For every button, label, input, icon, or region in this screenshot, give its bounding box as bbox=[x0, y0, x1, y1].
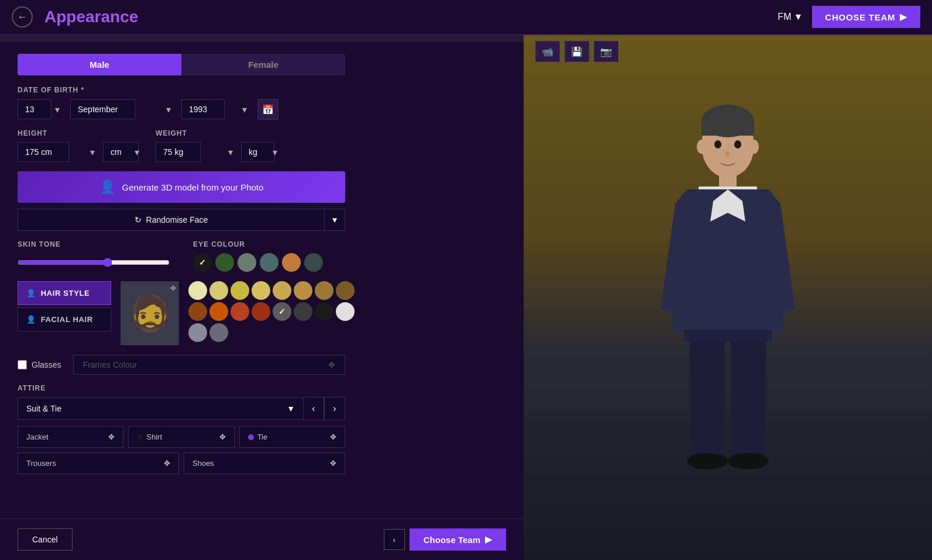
attire-dropdown[interactable]: Suit & Tie ▼ bbox=[18, 397, 303, 420]
hair-swatch-2-0[interactable] bbox=[188, 323, 207, 342]
hair-swatch-0-4[interactable] bbox=[273, 281, 291, 300]
hair-swatch-1-6[interactable] bbox=[315, 302, 333, 321]
weight-unit-select[interactable]: kg bbox=[241, 142, 274, 162]
attire-items-row-2: Trousers ✥ Shoes ✥ bbox=[18, 452, 345, 474]
skin-tone-slider[interactable] bbox=[18, 258, 170, 267]
generate-3d-button[interactable]: 👤 Generate 3D model from your Photo bbox=[18, 171, 345, 203]
svg-point-8 bbox=[728, 453, 769, 469]
hair-swatch-1-7[interactable] bbox=[336, 302, 355, 321]
attire-next-button[interactable]: › bbox=[324, 397, 345, 420]
hair-swatch-1-0[interactable] bbox=[188, 302, 207, 321]
height-unit-wrapper: cm bbox=[103, 142, 144, 162]
choose-team-bottom-button[interactable]: Choose Team ▶ bbox=[410, 528, 506, 551]
svg-point-7 bbox=[687, 453, 728, 469]
arrow-right-icon: ▶ bbox=[900, 12, 907, 22]
hair-swatch-row-3 bbox=[188, 323, 506, 342]
eye-swatch-3[interactable] bbox=[260, 253, 278, 272]
facial-hair-tab[interactable]: 👤 FACIAL HAIR bbox=[18, 307, 111, 331]
eye-swatch-2[interactable] bbox=[238, 253, 256, 272]
dob-row: 13 September 1993 📅 bbox=[18, 99, 506, 120]
attire-items-row-1: Jacket ✥ Shirt ✥ Tie bbox=[18, 426, 345, 448]
shirt-dot bbox=[137, 434, 143, 440]
dob-month-select[interactable]: September bbox=[70, 99, 135, 119]
character-preview bbox=[524, 35, 932, 560]
hair-swatch-1-4[interactable] bbox=[273, 302, 291, 321]
dob-year-select[interactable]: 1993 bbox=[181, 99, 225, 119]
female-gender-button[interactable]: Female bbox=[181, 54, 345, 75]
person-icon: 👤 bbox=[26, 289, 36, 298]
svg-rect-6 bbox=[731, 341, 766, 458]
hair-swatch-0-5[interactable] bbox=[294, 281, 312, 300]
svg-point-15 bbox=[749, 140, 759, 154]
hair-style-tab[interactable]: 👤 HAIR STYLE bbox=[18, 281, 111, 305]
height-label: HEIGHT bbox=[18, 129, 144, 137]
cancel-button[interactable]: Cancel bbox=[18, 528, 73, 551]
choose-team-header-button[interactable]: CHOOSE TEAM ▶ bbox=[812, 6, 920, 28]
weight-value-select[interactable]: 75 kg bbox=[156, 142, 201, 162]
right-panel: 📹 💾 📷 bbox=[524, 35, 932, 560]
hair-swatch-row-1 bbox=[188, 281, 506, 300]
male-gender-button[interactable]: Male bbox=[18, 54, 181, 75]
fm-logo[interactable]: FM ▼ bbox=[778, 12, 803, 22]
tie-dot bbox=[248, 434, 254, 440]
attire-shirt-button[interactable]: Shirt ✥ bbox=[128, 426, 234, 448]
hair-swatch-1-5[interactable] bbox=[294, 302, 312, 321]
dob-day-wrapper: 13 bbox=[18, 99, 64, 119]
expand-icon[interactable]: ✥ bbox=[170, 284, 176, 292]
attire-prev-button[interactable]: ‹ bbox=[303, 397, 324, 420]
left-panel: Male Female DATE OF BIRTH * 13 September bbox=[0, 35, 524, 560]
face-icon: 👤 bbox=[26, 315, 36, 324]
glasses-checkbox-label[interactable]: Glasses bbox=[18, 360, 61, 369]
hair-swatch-1-2[interactable] bbox=[231, 302, 249, 321]
chevron-down-icon: ▼ bbox=[287, 404, 295, 413]
attire-trousers-button[interactable]: Trousers ✥ bbox=[18, 452, 179, 474]
randomise-button[interactable]: ↻ Randomise Face bbox=[18, 209, 324, 231]
height-value-select[interactable]: 175 cm bbox=[18, 142, 69, 162]
glasses-checkbox[interactable] bbox=[18, 360, 27, 369]
hair-swatch-0-0[interactable] bbox=[188, 281, 207, 300]
attire-jacket-button[interactable]: Jacket ✥ bbox=[18, 426, 123, 448]
frames-colour-button[interactable]: Frames Colour ✥ bbox=[73, 355, 345, 375]
bottom-right: ‹ Choose Team ▶ bbox=[384, 528, 506, 551]
eye-swatch-4[interactable] bbox=[282, 253, 301, 272]
chevron-down-icon: ▼ bbox=[331, 216, 338, 224]
expand-icon: ✥ bbox=[330, 433, 336, 441]
hair-swatch-2-1[interactable] bbox=[209, 323, 228, 342]
hair-swatch-0-6[interactable] bbox=[315, 281, 333, 300]
eye-swatch-0[interactable] bbox=[193, 253, 212, 272]
hair-preview: 🧔 ✥ bbox=[121, 281, 179, 345]
weight-value-wrapper: 75 kg bbox=[156, 142, 238, 162]
main-layout: Male Female DATE OF BIRTH * 13 September bbox=[0, 35, 932, 560]
eye-swatch-1[interactable] bbox=[215, 253, 234, 272]
weight-inputs: 75 kg kg bbox=[156, 142, 282, 162]
photo-icon: 👤 bbox=[99, 179, 115, 195]
dob-day-select[interactable]: 13 bbox=[18, 99, 51, 119]
eye-swatch-5[interactable] bbox=[304, 253, 323, 272]
gender-toggle: Male Female bbox=[18, 54, 345, 75]
dob-label: DATE OF BIRTH * bbox=[18, 86, 506, 94]
hair-swatch-0-7[interactable] bbox=[336, 281, 355, 300]
hair-swatch-1-1[interactable] bbox=[209, 302, 228, 321]
svg-point-13 bbox=[725, 151, 730, 157]
back-button[interactable]: ← bbox=[12, 6, 33, 27]
expand-icon: ✥ bbox=[164, 459, 170, 468]
calendar-button[interactable]: 📅 bbox=[257, 99, 278, 120]
skin-eye-row: SKIN TONE EYE COLOUR bbox=[18, 240, 506, 272]
height-unit-select[interactable]: cm bbox=[103, 142, 139, 162]
top-nav: ← Appearance FM ▼ CHOOSE TEAM ▶ bbox=[0, 0, 932, 35]
attire-tie-button[interactable]: Tie ✥ bbox=[239, 426, 345, 448]
height-inputs: 175 cm cm bbox=[18, 142, 144, 162]
dob-year-wrapper: 1993 bbox=[181, 99, 252, 119]
hair-swatch-0-1[interactable] bbox=[209, 281, 228, 300]
nav-prev-button[interactable]: ‹ bbox=[384, 529, 405, 550]
hair-swatch-0-2[interactable] bbox=[231, 281, 249, 300]
randomise-row: ↻ Randomise Face ▼ bbox=[18, 209, 345, 231]
svg-rect-5 bbox=[690, 341, 725, 458]
randomise-dropdown-button[interactable]: ▼ bbox=[324, 209, 345, 231]
sub-header bbox=[0, 35, 524, 42]
attire-shoes-button[interactable]: Shoes ✥ bbox=[184, 452, 345, 474]
refresh-icon: ↻ bbox=[135, 215, 142, 224]
hair-swatch-1-3[interactable] bbox=[252, 302, 270, 321]
hair-swatch-0-3[interactable] bbox=[252, 281, 270, 300]
expand-icon: ✥ bbox=[108, 433, 115, 441]
